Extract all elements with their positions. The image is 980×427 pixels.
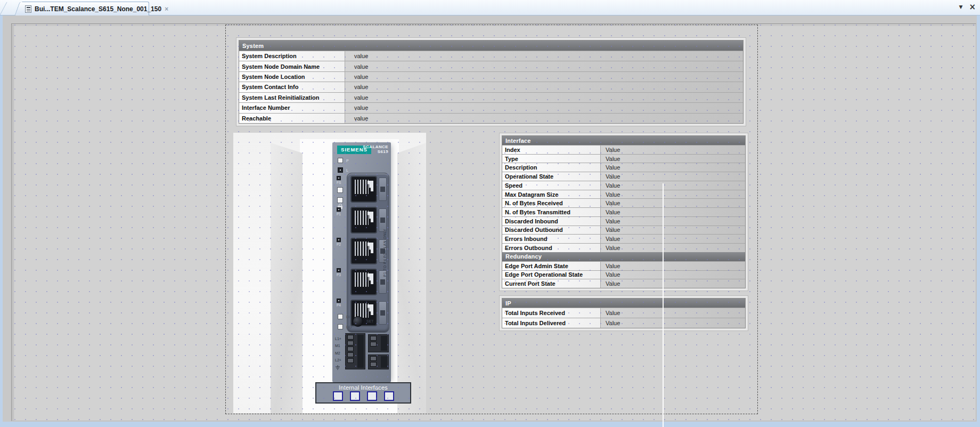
row-value: Value [601,318,745,328]
row-label: Total Inputs Received [502,308,601,318]
tab-close-icon[interactable]: × [165,5,168,13]
di-led-label: DI [346,315,350,319]
ip-table-rows: Total Inputs Received Value Total Inputs… [502,308,745,328]
system-table: System System Description value System N… [239,40,744,124]
port-led-block: P1 [337,207,347,216]
row-label: N. of Bytes Transmitted [502,208,601,216]
row-value: Value [601,163,745,172]
row-value: value [345,51,743,61]
row-value: value [345,103,743,112]
table-row: Index Value [502,145,745,154]
do-terminal-block [368,355,389,369]
photo-shadow-right [397,143,426,413]
row-label: Total Inputs Delivered [502,318,601,328]
tab-strip: Bui...TEM_Scalance_S615_None_001_150 × ▼… [0,0,980,15]
row-value: Value [601,190,745,199]
ip-group[interactable]: IP Total Inputs Received Value Total Inp… [499,295,748,331]
table-row: Discarded Inbound Value [502,216,745,225]
set-button [353,316,363,327]
system-table-header: System [239,41,743,51]
row-value: Value [601,199,745,207]
row-label: N. of Bytes Received [502,199,601,207]
row-label: Edge Port Operational State [502,271,601,279]
row-value: Value [601,208,745,216]
internal-interfaces-bar[interactable]: Internal Interfaces [315,382,411,404]
port-label: P1 [337,212,347,216]
row-label: Reachable [239,114,345,123]
row-label: Errors Outbound [502,244,601,252]
device-model-label: SCALANCE S615 [363,144,388,154]
table-row: Edge Port Admin State Value [502,261,745,270]
row-label: Discarded Inbound [502,217,601,225]
terminal-labels: L1+M1M2L2+ [335,335,341,364]
model-name: SCALANCE [363,144,388,149]
row-label: System Node Domain Name [239,61,345,71]
tab-scalance-faceplate[interactable]: Bui...TEM_Scalance_S615_None_001_150 × [21,2,149,15]
row-value: Value [601,155,745,163]
table-row: Type Value [502,154,745,163]
table-row: Errors Inbound Value [502,234,745,243]
table-row: Discarded Outbound Value [502,225,745,235]
ground-icon [335,365,340,370]
row-label: System Description [239,51,345,61]
tab-title: Bui...TEM_Scalance_S615_None_001_150 [35,5,161,13]
row-value: Value [601,262,745,270]
redundancy-table-header: Redundancy [502,252,745,261]
device-photo[interactable] [233,133,426,413]
power-terminal-block [345,333,365,369]
internal-interfaces-label: Internal Interfaces [339,384,388,391]
model-number: S615 [363,149,388,154]
row-value: Value [601,235,745,243]
table-row: System Contact Info value [239,82,743,92]
row-value: Value [601,146,745,154]
row-label: Interface Number [239,103,345,112]
internal-interface-port [367,391,377,401]
row-label: Edge Port Admin State [502,262,601,270]
table-row: Total Inputs Received Value [502,308,745,318]
do-led-label: DO [346,325,352,329]
port-led-block: P2 [337,238,347,246]
row-value: Value [601,244,745,252]
table-row: N. of Bytes Transmitted Value [502,207,745,216]
terminal-label: M1 [335,342,341,349]
table-row: Description Value [502,163,745,172]
internal-interface-port [350,391,360,401]
do-led [338,324,343,329]
interface-group[interactable]: Interface Index Value Type Value Descrip… [499,133,748,291]
side-text: P1 TO P4 FOR LAN ONLY [383,174,389,332]
row-label: Description [502,163,601,172]
faceplate-editor-window: Bui...TEM_Scalance_S615_None_001_150 × ▼… [0,0,980,427]
table-row: Errors Outbound Value [502,243,745,252]
ip-table: IP Total Inputs Received Value Total Inp… [502,298,746,328]
row-value: Value [601,226,745,235]
scalance-device-image: SIEMENS SCALANCE S615 P L FS [332,142,391,382]
row-value: Value [601,271,745,279]
internal-interface-port [384,391,394,401]
row-value: Value [601,217,745,225]
port-label: P2 [337,243,347,246]
row-value: value [345,72,743,82]
tabwell-menu-icon[interactable]: ▼ [959,4,963,10]
redundancy-table-rows: Edge Port Admin State Value Edge Port Op… [502,261,745,288]
table-row: Max Datagram Size Value [502,190,745,199]
rj45-jack [350,269,377,295]
rj45-jack [350,238,377,264]
set-button-label: SET [366,319,374,323]
ip-table-header: IP [502,299,745,308]
row-value: value [345,114,743,123]
row-label: Max Datagram Size [502,190,601,199]
table-row: System Node Domain Name value [239,61,743,71]
row-value: Value [601,308,745,318]
tabwell-close-icon[interactable]: × [969,3,976,11]
ground-row [335,364,341,371]
row-label: Current Port State [502,279,601,288]
system-table-rows: System Description value System Node Dom… [239,51,743,123]
rj45-jack [350,176,377,203]
table-row: N. of Bytes Received Value [502,198,745,207]
row-value: Value [601,172,745,181]
rj45-pins [355,272,369,287]
di-terminal-block [368,334,389,352]
port-label: P4 [337,303,347,307]
system-group[interactable]: System System Description value System N… [236,37,746,126]
port-label: P3 [337,273,347,277]
